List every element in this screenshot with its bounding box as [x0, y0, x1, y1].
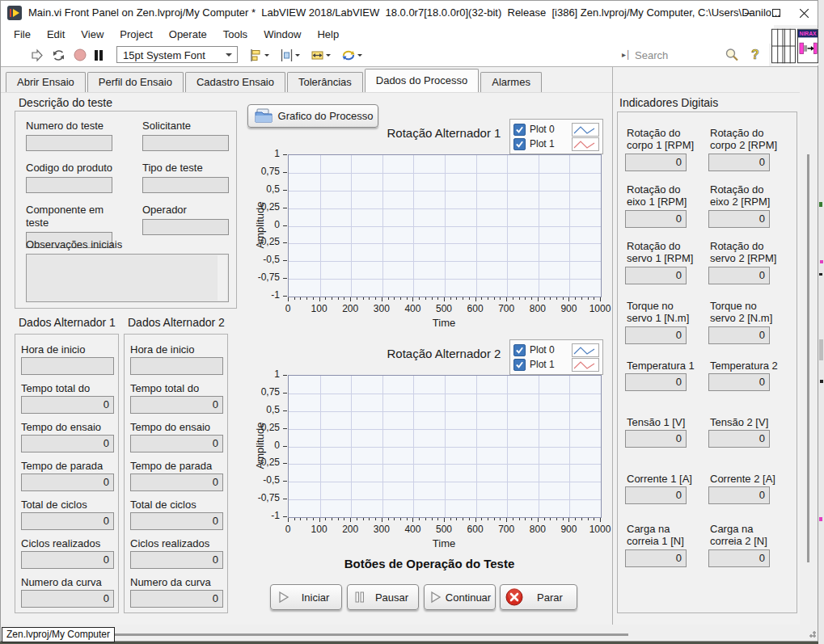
maximize-button[interactable]: [763, 1, 790, 25]
rota-o-do-corpo-1-rpm-indicator: 0: [625, 154, 687, 171]
legend-checkbox[interactable]: [513, 359, 526, 371]
gridline-y-4: [289, 447, 601, 448]
tick-x-500: [444, 297, 445, 301]
codigo-do-produto-input[interactable]: [26, 177, 112, 193]
tab-dados-do-processo[interactable]: Dados do Processo: [365, 69, 479, 92]
numero-da-curva-indicator-2[interactable]: 0: [130, 590, 223, 608]
ciclos-realizados-indicator-1[interactable]: 0: [21, 551, 114, 569]
tempo-total-do-ensaio-indicator-2[interactable]: 0: [130, 396, 223, 414]
hora-de-inicio-indicator-2[interactable]: [130, 357, 223, 375]
abort-icon[interactable]: [71, 46, 89, 64]
plot-area[interactable]: [288, 154, 602, 297]
vertical-scrollbar[interactable]: [800, 67, 818, 625]
tens-o-2-v-indicator: 0: [708, 430, 770, 448]
tick-y-1: [283, 172, 287, 173]
close-button[interactable]: [790, 1, 818, 25]
minor-tick-x: [500, 297, 501, 300]
tempo-de-parada-indicator-2[interactable]: 0: [130, 474, 223, 491]
distribute-objects-icon[interactable]: [277, 46, 302, 64]
minor-tick-x: [306, 297, 307, 300]
menu-project[interactable]: Project: [112, 25, 160, 44]
vertical-scrollbar-thumb[interactable]: [807, 154, 809, 562]
menu-tools[interactable]: Tools: [215, 25, 256, 44]
horizontal-scrollbar[interactable]: [1, 625, 818, 639]
tempo-do-ensaio-indicator-2[interactable]: 0: [130, 435, 223, 452]
solicitante-input[interactable]: [142, 135, 229, 151]
menu-view[interactable]: View: [73, 25, 112, 44]
legend-row-plot-0[interactable]: Plot 0: [513, 343, 599, 357]
legend-checkbox[interactable]: [513, 344, 526, 356]
tab-cadastro-ensaio[interactable]: Cadastro Ensaio: [185, 72, 285, 92]
field-label-numero-da-curva: Numero da curva: [130, 576, 211, 589]
total-de-ciclos-indicator-2[interactable]: 0: [130, 512, 223, 530]
legend-row-plot-0[interactable]: Plot 0: [513, 122, 599, 137]
plot-area[interactable]: [288, 375, 602, 518]
total-de-ciclos-indicator-1[interactable]: 0: [21, 512, 114, 530]
parar-button[interactable]: Parar: [500, 584, 577, 610]
numero-da-curva-indicator-1[interactable]: 0: [21, 590, 114, 608]
field-label: Codigo do produto: [26, 162, 112, 175]
pausar-button[interactable]: Pausar: [347, 584, 419, 610]
observacoes-textarea[interactable]: [26, 254, 229, 302]
tab-abrir-ensaio[interactable]: Abrir Ensaio: [6, 72, 86, 92]
y-axis-label: Amplitude: [254, 196, 266, 253]
menu-help[interactable]: Help: [309, 25, 347, 44]
context-help-icon[interactable]: ?: [746, 46, 764, 64]
menu-edit[interactable]: Edit: [39, 25, 73, 44]
tick-x-200: [350, 518, 351, 522]
font-selector[interactable]: 15pt System Font: [116, 46, 238, 63]
run-continuously-icon[interactable]: [49, 46, 67, 64]
resize-grip[interactable]: [806, 628, 816, 638]
tempo-total-do-ensaio-indicator-1[interactable]: 0: [21, 396, 114, 414]
indicator-label-carga-na-correia-2-n: Carga na correia 2 [N]: [710, 523, 792, 547]
legend-line-sample[interactable]: [572, 358, 599, 372]
svg-text:NIRAX: NIRAX: [799, 31, 816, 36]
tipo-de-teste-input[interactable]: [142, 177, 229, 193]
tempo-de-parada-indicator-1[interactable]: 0: [21, 474, 114, 491]
y-tick-label: -0,5: [247, 254, 280, 265]
align-objects-icon[interactable]: [246, 46, 272, 64]
search-input[interactable]: [633, 47, 727, 64]
menu-window[interactable]: Window: [256, 25, 309, 44]
iniciar-button[interactable]: Iniciar: [270, 584, 342, 610]
legend-line-sample[interactable]: [572, 123, 599, 137]
legend-checkbox[interactable]: [513, 138, 526, 150]
alignment-grid-icon[interactable]: [771, 28, 796, 64]
minor-tick-x: [300, 297, 301, 300]
hora-de-inicio-indicator-1[interactable]: [21, 357, 114, 375]
legend-row-plot-1[interactable]: Plot 1: [513, 357, 599, 372]
tab-perfil-do-ensaio[interactable]: Perfil do Ensaio: [87, 72, 184, 92]
tab-toler-ncias[interactable]: Tolerâncias: [287, 72, 363, 92]
minimize-button[interactable]: [735, 1, 763, 25]
minor-tick-x: [437, 518, 438, 520]
x-tick-label: 200: [334, 303, 366, 314]
gridline-y-4: [289, 226, 601, 227]
observacoes-scrollbar[interactable]: [218, 255, 227, 301]
minor-tick-x: [357, 518, 357, 520]
x-tick-label: 1000: [584, 524, 616, 535]
tab-alarmes[interactable]: Alarmes: [480, 72, 542, 92]
toolbar: 15pt System Font: [1, 44, 769, 66]
pause-icon[interactable]: [90, 46, 108, 64]
legend-checkbox[interactable]: [513, 124, 526, 136]
legend-line-sample[interactable]: [572, 343, 599, 357]
legend-line-sample[interactable]: [572, 137, 599, 151]
minor-tick-x: [344, 518, 344, 520]
operador-input[interactable]: [142, 219, 229, 235]
reorder-objects-icon[interactable]: [338, 46, 366, 64]
vi-icon[interactable]: NIRAX: [797, 28, 818, 64]
toolbar-splitter-icon[interactable]: ▸│: [622, 50, 631, 59]
minor-tick-x: [494, 297, 495, 300]
alternador-1-title: Dados Alternador 1: [19, 316, 116, 329]
legend-row-plot-1[interactable]: Plot 1: [513, 137, 599, 151]
continuar-button[interactable]: Continuar: [424, 584, 496, 610]
ciclos-realizados-indicator-2[interactable]: 0: [130, 551, 223, 569]
menu-operate[interactable]: Operate: [161, 25, 215, 44]
x-tick-label: 700: [490, 303, 522, 314]
resize-objects-icon[interactable]: [307, 46, 333, 64]
search-icon[interactable]: [723, 46, 741, 64]
run-icon[interactable]: [27, 46, 45, 64]
menu-file[interactable]: File: [6, 25, 39, 44]
numero-do-teste-input[interactable]: [26, 135, 112, 151]
tempo-do-ensaio-indicator-1[interactable]: 0: [21, 435, 114, 452]
